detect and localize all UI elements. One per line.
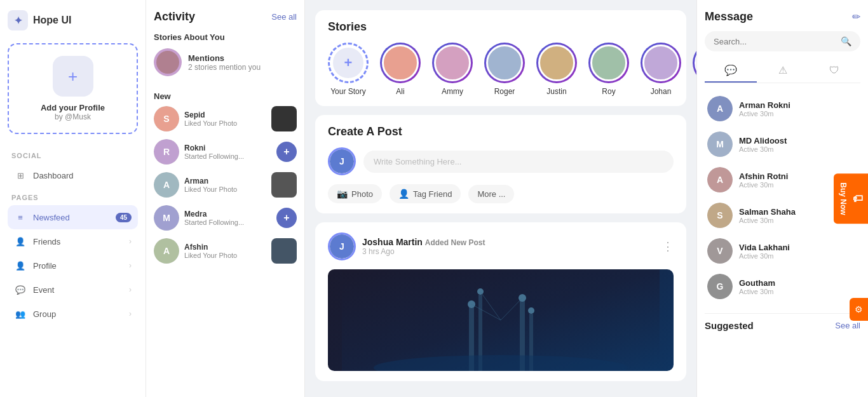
story-item-roger[interactable]: Roger [484,43,525,96]
activity-info-arman: Arman Liked Your Photo [184,177,266,193]
app-name: Hope UI [33,15,71,26]
suggested-see-all[interactable]: See all [835,321,860,330]
add-profile-card[interactable]: + Add your Profile by @Musk [8,43,138,134]
activity-info-afshin: Afshin Liked Your Photo [184,243,266,259]
contact-md[interactable]: M MD Alidoost Active 30m [705,126,860,162]
newsfeed-badge: 45 [116,213,132,222]
story-item-ali[interactable]: Ali [380,43,421,96]
story-item-roy[interactable]: Roy [588,43,629,96]
group-icon: 👥 [14,307,27,320]
post-input[interactable]: Write Something Here... [363,151,674,173]
ali-label: Ali [396,87,404,96]
post-image-svg [328,269,674,371]
johan-label: Johan [651,87,672,96]
roger-label: Roger [494,87,515,96]
mention-item[interactable]: Mentions 2 stories mention you [154,48,297,76]
stories-row: + Your Story Ali Ammy Roger [328,43,674,96]
message-header: Message ✏ [705,10,860,24]
contact-avatar-goutham: G [707,274,733,299]
create-post-card: Create A Post J Write Something Here... … [315,115,686,213]
search-input[interactable] [714,37,836,46]
edit-icon[interactable]: ✏ [852,11,860,23]
contact-goutham[interactable]: G Goutham Active 30m [705,269,860,304]
contact-arman[interactable]: A Arman Rokni Active 30m [705,91,860,126]
more-button[interactable]: More ... [468,185,514,203]
tab-shield[interactable]: 🛡 [808,59,860,83]
activity-item-rokni[interactable]: R Rokni Started Following... + [154,139,297,165]
search-icon: 🔍 [841,36,851,46]
story-item-justin[interactable]: Justin [536,43,577,96]
photo-button[interactable]: 📷 Photo [328,184,382,203]
follow-btn-rokni[interactable]: + [276,142,297,162]
contact-avatar-md: M [707,131,733,157]
activity-item-sepid[interactable]: S Sepid Liked Your Photo [154,106,297,131]
message-tabs: 💬 ⚠ 🛡 [705,59,860,83]
activity-avatar-afshin: A [154,238,179,264]
roger-avatar [486,44,523,81]
message-title: Message [705,10,753,24]
post-actions: 📷 Photo 👤 Tag Friend More ... [328,184,674,203]
post-user-avatar: J [328,232,356,260]
contact-info-afshin: Afshin Rotni Active 30m [739,172,788,189]
settings-button[interactable]: ⚙ [850,298,868,321]
story-item-your-story[interactable]: + Your Story [328,43,369,96]
roy-avatar [590,44,627,81]
sidebar-label-profile: Profile [33,261,57,271]
sidebar-item-newsfeed[interactable]: ≡ Newsfeed 45 [8,205,138,229]
follow-btn-medra[interactable]: + [276,208,297,228]
contact-vida[interactable]: V Vida Lakhani Active 30m [705,233,860,269]
sidebar-item-event[interactable]: 💬 Event › [8,278,138,302]
sidebar-label-group: Group [33,309,56,319]
dashboard-icon: ⊞ [14,169,27,182]
ammy-story-wrap [432,43,473,83]
activity-info-medra: Medra Started Following... [184,210,271,226]
new-section-title: New [154,91,297,101]
activity-avatar-medra: M [154,205,179,231]
tab-alert[interactable]: ⚠ [757,59,809,83]
ali-avatar [382,44,419,81]
sidebar-label-event: Event [33,285,54,295]
your-story-avatar: + [331,46,365,80]
activity-avatar-arman: A [154,172,179,198]
activity-title: Activity [154,10,195,24]
stories-about-title: Stories About You [154,32,297,42]
story-item-ammy[interactable]: Ammy [432,43,473,96]
mention-info: Mentions 2 stories mention you [188,53,261,72]
profile-icon: 👤 [14,259,27,272]
create-post-title: Create A Post [328,125,674,138]
sidebar-item-dashboard[interactable]: ⊞ Dashboard [8,163,138,187]
story-item-johan[interactable]: Johan [641,43,681,96]
johan-avatar [642,44,679,81]
tab-chat[interactable]: 💬 [705,59,757,83]
activity-item-medra[interactable]: M Medra Started Following... + [154,205,297,231]
stories-title: Stories [328,20,674,34]
ali-story-wrap [380,43,421,83]
post-action-text: Added New Post [425,238,485,247]
feed-post-card: J Joshua Martin Added New Post 3 hrs Ago… [315,222,686,381]
contact-info-salman: Salman Shaha Active 30m [739,207,796,224]
activity-item-afshin[interactable]: A Afshin Liked Your Photo [154,238,297,264]
buy-now-button[interactable]: 🏷 Buy Now [834,173,868,224]
sidebar-label-dashboard: Dashboard [33,171,74,180]
settings-icon: ⚙ [855,304,863,314]
post-more-button[interactable]: ⋮ [662,239,674,253]
sidebar-item-friends[interactable]: 👤 Friends › [8,229,138,253]
suggested-title: Suggested [705,320,754,331]
sidebar-item-group[interactable]: 👥 Group › [8,302,138,326]
roy-label: Roy [602,87,615,96]
johan-story-wrap [641,43,681,83]
activity-thumb-afshin [271,238,297,264]
search-box[interactable]: 🔍 [705,31,860,51]
activity-panel: Activity See all Stories About You Menti… [146,0,305,397]
tag-icon: 👤 [398,189,409,199]
current-user-avatar: J [328,147,356,175]
sidebar-item-profile[interactable]: 👤 Profile › [8,253,138,278]
tag-friend-button[interactable]: 👤 Tag Friend [390,184,461,203]
svg-point-8 [528,307,534,314]
activity-see-all[interactable]: See all [271,12,297,22]
contact-avatar-salman: S [707,203,733,228]
activity-item-arman[interactable]: A Arman Liked Your Photo [154,172,297,198]
profile-chevron-icon: › [129,261,132,270]
group-chevron-icon: › [129,309,132,318]
ammy-avatar [434,44,471,81]
